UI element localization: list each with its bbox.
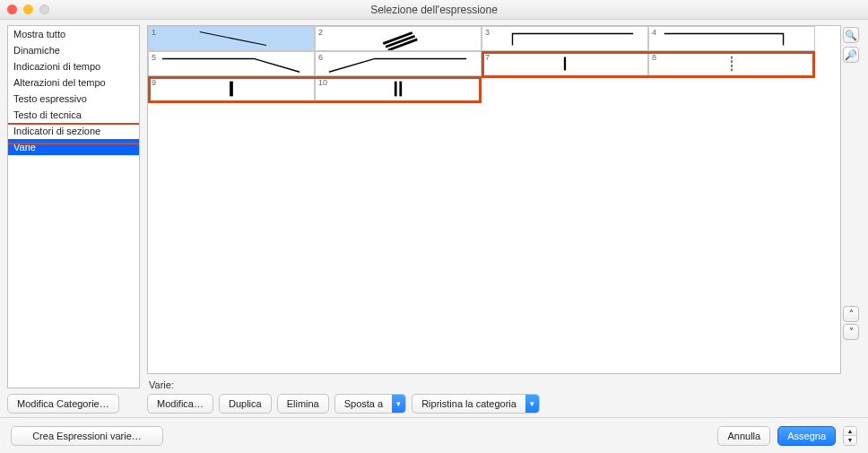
zoom-in-button[interactable]: 🔍 [843,27,859,43]
sidebar-item[interactable]: Testo di tecnica [8,107,139,123]
expression-cell[interactable]: 3 [482,26,648,51]
svg-line-3 [388,39,418,50]
window-title: Selezione dell'espressione [0,4,868,16]
cancel-button[interactable]: Annulla [717,426,770,446]
assign-stepper[interactable]: ▲ ▼ [843,426,857,446]
titlebar: Selezione dell'espressione [0,0,868,20]
scroll-down-button[interactable]: ˅ [843,324,859,340]
sidebar-item[interactable]: Varie [8,139,139,155]
expression-grid[interactable]: 12345678910 [147,25,841,374]
expression-cell[interactable]: 10 [315,76,482,101]
svg-line-0 [200,32,266,46]
assign-button[interactable]: Assegna [777,426,836,446]
duplicate-button[interactable]: Duplica [219,394,272,414]
sidebar-item[interactable]: Dinamiche [8,42,139,58]
cell-number: 7 [485,53,490,62]
cell-number: 8 [652,53,656,62]
cell-number: 4 [652,28,656,37]
stepper-up-icon[interactable]: ▲ [844,427,856,436]
expression-cell[interactable]: 5 [148,51,315,76]
expression-cell[interactable]: 7 [482,51,648,76]
edit-categories-button[interactable]: Modifica Categorie… [7,394,119,414]
move-to-combo[interactable]: Sposta a ▾ [334,394,406,414]
sidebar-item[interactable]: Indicatori di sezione [8,123,139,139]
cell-number: 10 [318,78,327,87]
close-icon[interactable] [7,4,17,14]
cell-number: 6 [318,53,323,62]
reset-category-button[interactable]: Ripristina la categoria [412,394,525,414]
svg-line-1 [383,33,412,44]
expression-cell[interactable]: 1 [148,26,315,51]
expression-selection-window: Selezione dell'espressione Mostra tuttoD… [0,0,868,453]
dropdown-arrow-icon[interactable]: ▾ [392,394,406,414]
grid-scroll-buttons: ˄ ˅ [843,306,859,340]
zoom-out-button[interactable]: 🔎 [843,47,859,63]
cell-number: 2 [318,28,323,37]
sidebar-item[interactable]: Mostra tutto [8,26,139,42]
move-to-button[interactable]: Sposta a [334,394,392,414]
cell-number: 5 [152,53,156,62]
expression-cell[interactable]: 9 [148,76,315,101]
create-expression-button[interactable]: Crea Espressioni varie… [11,426,163,446]
expression-cell[interactable]: 2 [315,26,482,51]
cell-number: 1 [152,28,156,37]
svg-line-2 [386,36,415,47]
delete-button[interactable]: Elimina [277,394,329,414]
dropdown-arrow-icon[interactable]: ▾ [525,394,540,414]
minimize-icon[interactable] [23,4,33,14]
expression-cell[interactable]: 8 [648,51,815,76]
window-controls [7,4,49,14]
sidebar-item[interactable]: Testo espressivo [8,91,139,107]
stepper-down-icon[interactable]: ▼ [844,436,856,445]
category-list[interactable]: Mostra tuttoDinamicheIndicazioni di temp… [7,25,140,388]
section-label: Varie: [149,379,861,390]
expression-cell[interactable]: 6 [315,51,482,76]
item-toolbar: Modifica… Duplica Elimina Sposta a ▾ Rip… [147,394,861,414]
cell-number: 3 [485,28,490,37]
dialog-body: Mostra tuttoDinamicheIndicazioni di temp… [0,20,868,417]
expression-cell[interactable]: 4 [648,26,815,51]
sidebar: Mostra tuttoDinamicheIndicazioni di temp… [7,25,140,414]
scroll-up-button[interactable]: ˄ [843,306,859,322]
edit-button[interactable]: Modifica… [147,394,213,414]
cell-number: 9 [152,78,156,87]
maximize-icon[interactable] [39,4,49,14]
main-pane: 12345678910 🔍 🔎 ˄ ˅ Varie: Modifica… Dup… [147,25,861,414]
footer: Crea Espressioni varie… Annulla Assegna … [0,417,868,453]
reset-combo[interactable]: Ripristina la categoria ▾ [412,394,540,414]
sidebar-item[interactable]: Indicazioni di tempo [8,58,139,74]
sidebar-item[interactable]: Alterazioni del tempo [8,74,139,91]
